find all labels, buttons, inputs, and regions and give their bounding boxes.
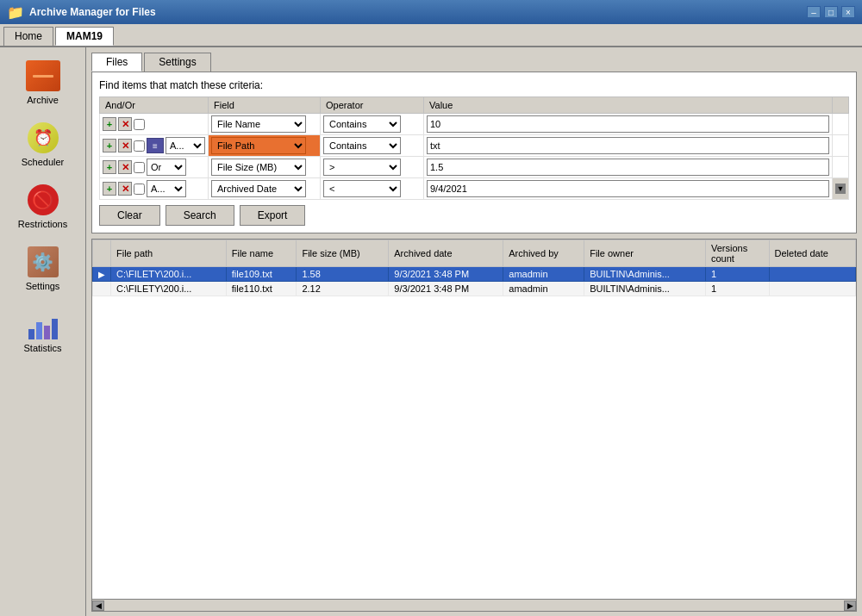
row3-value-input[interactable] (427, 159, 829, 176)
col-indicator (93, 240, 111, 267)
results-area[interactable]: File path File name File size (MB) Archi… (91, 239, 857, 600)
tab-settings[interactable]: Settings (144, 53, 210, 72)
tab-mam19[interactable]: MAM19 (55, 27, 114, 46)
row1-filesize: 1.58 (297, 267, 389, 282)
export-button[interactable]: Export (240, 205, 306, 226)
col-deleteddate-header[interactable]: Deleted date (769, 240, 855, 267)
row3-andor-select[interactable]: OrAnd (147, 159, 186, 176)
row2-filepath: C:\FILETY\200.i... (111, 282, 227, 296)
row3-controls: + ✕ OrAnd (100, 157, 209, 178)
row1-checkbox[interactable] (134, 119, 145, 130)
row2-del-button[interactable]: ✕ (118, 139, 132, 152)
row3-op-select[interactable]: > Contains = < (323, 159, 401, 176)
row2-filename: file110.txt (226, 282, 297, 296)
row2-fileowner: BUILTIN\Adminis... (584, 282, 706, 296)
row2-deleteddate (769, 282, 855, 296)
tab-home[interactable]: Home (3, 27, 53, 46)
row4-value-input[interactable] (427, 180, 829, 197)
h-scrollbar[interactable]: ◀ ▶ (91, 600, 857, 612)
results-table: File path File name File size (MB) Archi… (92, 240, 856, 296)
row2-add-button[interactable]: + (103, 139, 116, 152)
search-button[interactable]: Search (166, 205, 234, 226)
row1-controls: + ✕ (100, 114, 209, 135)
search-panel: Find items that match these criteria: An… (91, 72, 857, 233)
table-row[interactable]: ▶ C:\FILETY\200.i... file109.txt 1.58 9/… (93, 267, 856, 282)
col-fileowner-header[interactable]: File owner (584, 240, 706, 267)
row3-checkbox[interactable] (134, 162, 145, 173)
row2-op-select[interactable]: Contains Does not contain = (323, 137, 401, 154)
col-archiveddate-header[interactable]: Archived date (389, 240, 503, 267)
sidebar-label-restrictions: Restrictions (18, 219, 67, 229)
sidebar-label-settings: Settings (26, 281, 60, 291)
row1-add-button[interactable]: + (103, 117, 116, 131)
row2-filesize: 2.12 (297, 282, 389, 296)
sidebar-item-settings[interactable]: ⚙️ Settings (3, 239, 82, 297)
window-controls[interactable]: – □ × (807, 6, 855, 18)
row1-indicator: ▶ (93, 267, 111, 282)
tab-files[interactable]: Files (91, 53, 142, 72)
row4-controls: + ✕ A...AndOr (100, 178, 209, 200)
col-filename-header[interactable]: File name (226, 240, 297, 267)
row3-val-cell (424, 157, 833, 178)
row2-versionscount: 1 (706, 282, 770, 296)
settings-icon: ⚙️ (22, 245, 64, 279)
row1-del-button[interactable]: ✕ (118, 117, 132, 131)
action-buttons: Clear Search Export (99, 205, 849, 226)
scroll-right-button[interactable]: ▶ (844, 600, 856, 611)
app-icon: 📁 (7, 4, 24, 21)
minimize-button[interactable]: – (807, 6, 821, 18)
row2-value-input[interactable] (427, 137, 829, 154)
row1-val-cell (424, 114, 833, 135)
criteria-label: Find items that match these criteria: (99, 79, 849, 91)
col-filesize-header[interactable]: File size (MB) (297, 240, 389, 267)
row3-del-button[interactable]: ✕ (118, 160, 132, 174)
row3-op-cell: > Contains = < (321, 157, 424, 178)
row4-field-cell: Archived Date File Name File Path File S… (209, 178, 321, 200)
close-button[interactable]: × (841, 6, 855, 18)
content-area: Files Settings Find items that match the… (86, 47, 862, 616)
top-tab-bar: Home MAM19 (0, 24, 862, 47)
col-archivedby-header[interactable]: Archived by (503, 240, 584, 267)
row4-del-button[interactable]: ✕ (118, 182, 132, 196)
col-andor: And/Or (100, 97, 209, 114)
sidebar-item-scheduler[interactable]: ⏰ Scheduler (3, 115, 82, 173)
col-filepath-header[interactable]: File path (111, 240, 227, 267)
clear-button[interactable]: Clear (99, 205, 160, 226)
sidebar-item-archive[interactable]: Archive (3, 53, 82, 111)
row4-op-cell: < Contains = > (321, 178, 424, 200)
col-operator: Operator (321, 97, 424, 114)
restrictions-icon: 🚫 (22, 183, 64, 217)
row3-field-select[interactable]: File Size (MB) File Name File Path Archi… (211, 159, 306, 176)
row4-field-select[interactable]: Archived Date File Name File Path File S… (211, 180, 306, 197)
scheduler-icon: ⏰ (22, 121, 64, 155)
table-row[interactable]: C:\FILETY\200.i... file110.txt 2.12 9/3/… (93, 282, 856, 296)
criteria-row-2: + ✕ ≡ A...AndOr (100, 135, 849, 157)
scroll-handle[interactable]: ▼ (835, 184, 846, 194)
row4-op-select[interactable]: < Contains = > (323, 180, 401, 197)
row1-op-select[interactable]: Contains Does not contain =>< (323, 115, 401, 133)
sidebar-item-statistics[interactable]: Statistics (3, 301, 82, 359)
row1-field-cell: File Name File Path File Size (MB) Archi… (209, 114, 321, 135)
row1-versionscount: 1 (706, 267, 770, 282)
scroll-left-button[interactable]: ◀ (92, 600, 104, 611)
row1-filepath: C:\FILETY\200.i... (111, 267, 227, 282)
row2-field-select[interactable]: File Path File Name File Size (MB) Archi… (211, 137, 306, 154)
row1-op-cell: Contains Does not contain =>< (321, 114, 424, 135)
row4-add-button[interactable]: + (103, 182, 116, 196)
row4-checkbox[interactable] (134, 184, 145, 195)
row1-value-input[interactable] (427, 115, 829, 133)
row1-field-select[interactable]: File Name File Path File Size (MB) Archi… (211, 115, 306, 133)
row3-add-button[interactable]: + (103, 160, 116, 174)
row2-andor-select[interactable]: A...AndOr (166, 137, 205, 154)
criteria-table: And/Or Field Operator Value + (99, 96, 849, 200)
row1-deleteddate (769, 267, 855, 282)
sidebar-label-archive: Archive (27, 95, 59, 105)
row2-controls: + ✕ ≡ A...AndOr (100, 135, 209, 157)
sidebar-label-statistics: Statistics (23, 343, 61, 353)
sidebar-item-restrictions[interactable]: 🚫 Restrictions (3, 177, 82, 235)
col-versionscount-header[interactable]: Versionscount (706, 240, 770, 267)
row1-archiveddate: 9/3/2021 3:48 PM (389, 267, 503, 282)
row2-checkbox[interactable] (134, 140, 145, 152)
maximize-button[interactable]: □ (824, 6, 838, 18)
row4-andor-select[interactable]: A...AndOr (147, 180, 186, 197)
